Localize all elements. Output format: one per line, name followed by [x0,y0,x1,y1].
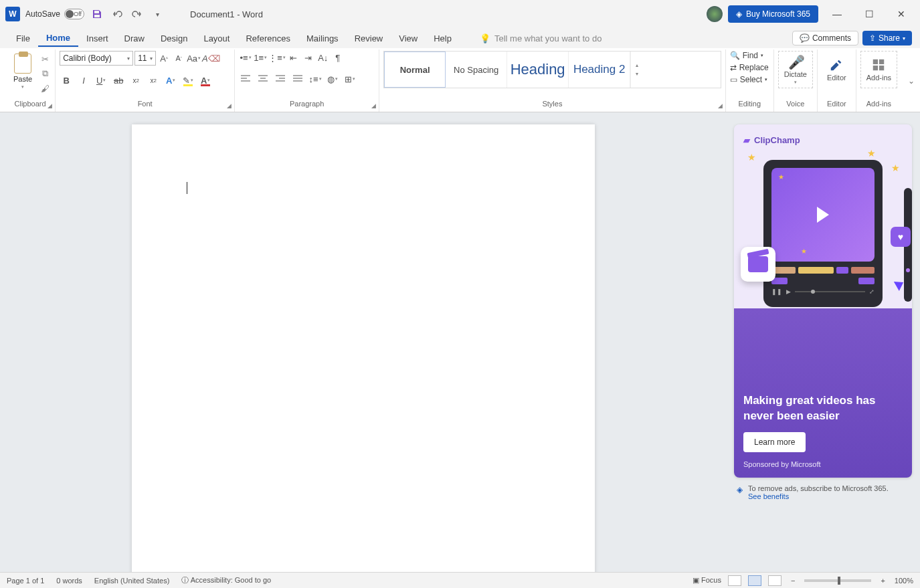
line-spacing-button[interactable]: ↕≡▾ [308,72,322,86]
redo-button[interactable] [130,7,145,21]
change-case-button[interactable]: Aa▾ [187,52,201,65]
group-editing: 🔍Find▾ ⇄Replace ▭Select▾ Editing [726,50,774,112]
minimize-button[interactable]: — [824,4,850,24]
user-avatar[interactable] [707,6,723,22]
document-scroll-area[interactable] [0,112,726,572]
paste-button[interactable]: Paste ▾ [9,51,36,92]
decrease-indent-button[interactable]: ⇤ [287,51,300,64]
autosave-state: Off [74,11,82,17]
tab-design[interactable]: Design [153,31,195,46]
increase-indent-button[interactable]: ⇥ [302,51,315,64]
tell-me-search[interactable]: 💡 Tell me what you want to do [480,33,602,43]
paragraph-dialog-launcher[interactable]: ◢ [371,102,376,109]
clipboard-dialog-launcher[interactable]: ◢ [48,102,52,109]
shrink-font-button[interactable]: Aˇ [172,52,185,65]
document-page[interactable] [132,124,595,572]
status-accessibility[interactable]: ⓘ Accessibility: Good to go [181,575,271,585]
cut-button[interactable]: ✂ [39,54,51,64]
superscript-button[interactable]: x2 [147,74,160,87]
tab-draw[interactable]: Draw [116,31,153,46]
show-marks-button[interactable]: ¶ [331,51,345,64]
undo-button[interactable] [110,7,124,21]
status-language[interactable]: English (United States) [94,577,170,585]
style-heading-1[interactable]: Heading [507,52,569,88]
editor-button[interactable]: Editor [822,51,852,88]
font-dialog-launcher[interactable]: ◢ [227,102,232,109]
autosave-toggle[interactable]: Off [64,9,84,19]
tab-mailings[interactable]: Mailings [298,31,347,46]
collapse-ribbon-button[interactable]: ⌄ [908,76,915,86]
title-bar: W AutoSave Off ▾ Document1 - Word ◈ Buy … [0,0,920,28]
buy-microsoft-365-button[interactable]: ◈ Buy Microsoft 365 [728,5,818,23]
tab-layout[interactable]: Layout [195,31,238,46]
see-benefits-link[interactable]: See benefits [748,492,789,500]
shading-button[interactable]: ◍▾ [326,72,339,86]
zoom-out-button[interactable]: − [788,577,798,585]
ad-learn-more-button[interactable]: Learn more [743,432,806,452]
zoom-slider[interactable] [804,579,871,582]
font-name-combo[interactable]: Calibri (Body)▾ [60,51,133,66]
dictate-button[interactable]: 🎤 Dictate ▾ [778,51,813,88]
zoom-in-button[interactable]: + [878,577,887,585]
copy-button[interactable]: ⧉ [39,68,51,79]
align-left-button[interactable] [239,72,252,86]
font-size-combo[interactable]: 11▾ [134,51,156,66]
strikethrough-button[interactable]: ab [112,74,125,87]
style-gallery-more[interactable]: ▴▾ [630,52,642,88]
borders-button[interactable]: ⊞▾ [343,72,357,86]
sort-button[interactable]: A↓ [316,51,330,64]
clipchamp-icon: ▰ [743,135,750,145]
bold-button[interactable]: B [60,74,73,87]
tab-help[interactable]: Help [426,31,460,46]
share-button[interactable]: ⇪ Share ▾ [862,31,912,45]
editor-icon [829,58,844,72]
text-effects-button[interactable]: A▾ [164,74,177,87]
save-button[interactable] [90,7,104,21]
italic-button[interactable]: I [77,74,90,87]
zoom-level[interactable]: 100% [895,577,913,585]
web-layout-button[interactable] [768,575,781,586]
styles-dialog-launcher[interactable]: ◢ [718,102,723,109]
style-no-spacing[interactable]: No Spacing [446,52,507,88]
addins-button[interactable]: Add-ins [860,51,897,88]
tab-file[interactable]: File [8,31,38,46]
format-painter-button[interactable]: 🖌 [39,83,51,94]
highlight-button[interactable]: ✎▾ [181,74,195,87]
align-right-button[interactable] [274,72,287,86]
find-button[interactable]: 🔍Find▾ [730,51,769,60]
read-mode-button[interactable] [728,575,741,586]
group-paragraph: •≡▾ 1≡▾ ⋮≡▾ ⇤ ⇥ A↓ ¶ [235,50,379,112]
style-heading-2[interactable]: Heading 2 [569,52,630,88]
multilevel-list-button[interactable]: ⋮≡▾ [268,51,286,64]
comments-button[interactable]: 💬 Comments [792,31,858,45]
justify-button[interactable] [291,72,304,86]
tab-review[interactable]: Review [347,31,391,46]
status-words[interactable]: 0 words [56,577,82,585]
qat-customize[interactable]: ▾ [150,7,165,21]
numbering-button[interactable]: 1≡▾ [254,51,267,64]
focus-mode-button[interactable]: ▣ Focus [693,576,721,585]
share-label: Share [879,33,900,43]
subscript-button[interactable]: x2 [129,74,143,87]
font-color-button[interactable]: A▾ [199,74,212,87]
select-button[interactable]: ▭Select▾ [730,75,769,84]
tab-view[interactable]: View [391,31,426,46]
clear-formatting-button[interactable]: A⌫ [202,52,220,65]
close-button[interactable]: ✕ [888,4,915,24]
underline-button[interactable]: U▾ [94,74,108,87]
style-normal[interactable]: Normal [384,52,446,88]
print-layout-button[interactable] [748,575,761,586]
maximize-button[interactable]: ☐ [856,4,883,24]
ad-sponsor: Sponsored by Microsoft [743,460,903,468]
replace-button[interactable]: ⇄Replace [730,63,769,72]
grow-font-button[interactable]: A^ [157,52,171,65]
tab-references[interactable]: References [238,31,298,46]
align-center-button[interactable] [256,72,270,86]
tab-insert[interactable]: Insert [78,31,116,46]
bullets-button[interactable]: •≡▾ [239,51,252,64]
status-page[interactable]: Page 1 of 1 [7,577,44,585]
text-cursor [187,182,187,194]
microphone-icon: 🎤 [788,54,803,69]
tab-home[interactable]: Home [38,30,78,47]
autosave-control[interactable]: AutoSave Off [25,9,84,19]
